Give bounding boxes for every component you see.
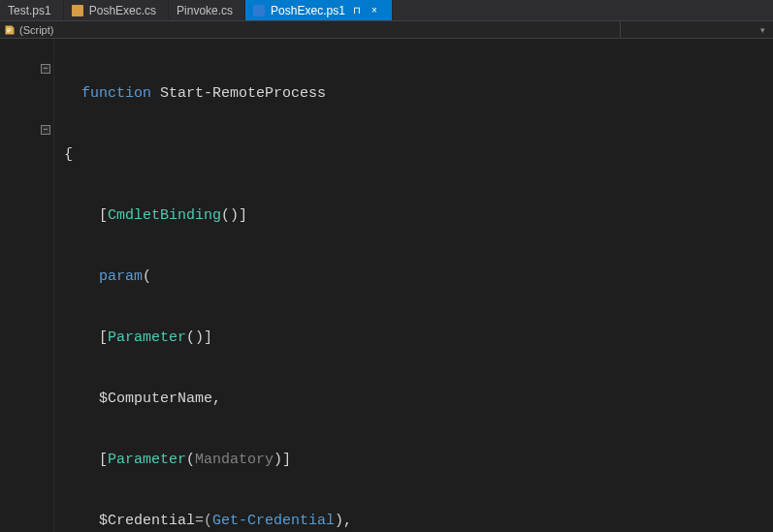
tab-test-ps1[interactable]: Test.ps1	[0, 0, 64, 20]
tab-label: Test.ps1	[8, 4, 51, 17]
tab-pinvoke-cs[interactable]: Pinvoke.cs	[169, 0, 245, 20]
tab-label: Pinvoke.cs	[177, 4, 233, 17]
code-line: $ComputerName,	[54, 389, 773, 409]
file-icon	[72, 5, 83, 16]
tab-label: PoshExec.ps1	[271, 4, 345, 17]
tab-poshexec-cs[interactable]: PoshExec.cs	[64, 0, 169, 20]
code-line: [Parameter(Mandatory)]	[54, 450, 773, 470]
gutter: − −	[0, 39, 54, 532]
code-line: {	[54, 144, 773, 165]
script-icon	[4, 24, 16, 36]
code-line: param(	[54, 266, 773, 287]
scope-label: (Script)	[19, 24, 53, 36]
close-icon[interactable]: ×	[369, 5, 380, 16]
tab-poshexec-ps1[interactable]: PoshExec.ps1 ⊓ ×	[245, 0, 393, 20]
chevron-down-icon: ▾	[760, 25, 765, 35]
code-line: [CmdletBinding()]	[54, 205, 773, 226]
code-area[interactable]: function Start-RemoteProcess { [CmdletBi…	[54, 39, 773, 532]
nav-bar: (Script) ▾	[0, 21, 773, 39]
code-editor[interactable]: − − function Start-RemoteProcess { [Cmdl…	[0, 39, 773, 532]
member-dropdown[interactable]: ▾	[621, 21, 773, 38]
code-line: $Credential=(Get-Credential),	[54, 511, 773, 531]
code-line: [Parameter()]	[54, 328, 773, 348]
fold-toggle[interactable]: −	[41, 64, 50, 74]
tab-label: PoshExec.cs	[89, 4, 156, 17]
fold-toggle[interactable]: −	[41, 125, 50, 135]
pin-icon[interactable]: ⊓	[351, 5, 363, 16]
code-line: function Start-RemoteProcess	[54, 83, 773, 104]
tab-bar: Test.ps1 PoshExec.cs Pinvoke.cs PoshExec…	[0, 0, 773, 21]
file-icon	[253, 5, 265, 16]
scope-dropdown[interactable]: (Script)	[0, 21, 621, 38]
